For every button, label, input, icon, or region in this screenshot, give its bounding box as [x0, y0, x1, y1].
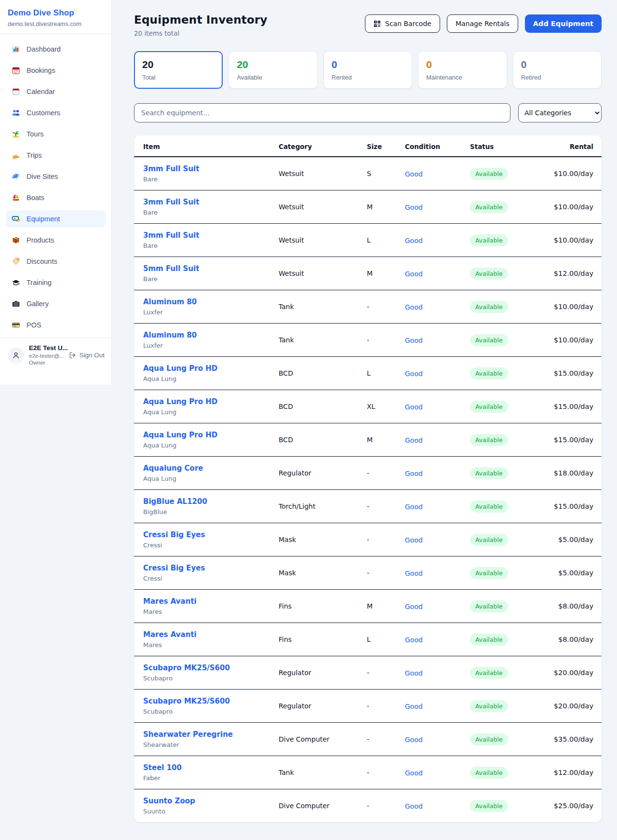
status-badge: Available [470, 268, 508, 280]
scan-barcode-button[interactable]: Scan Barcode [365, 14, 440, 33]
condition-link[interactable]: Good [405, 569, 423, 577]
condition-link[interactable]: Good [405, 669, 423, 677]
dive-mask-icon [12, 215, 20, 223]
item-name-link[interactable]: Mares Avanti [143, 597, 279, 606]
sidebar-item-discounts[interactable]: Discounts [6, 253, 106, 270]
item-name-link[interactable]: Steel 100 [143, 763, 279, 772]
item-name-link[interactable]: Shearwater Peregrine [143, 730, 279, 739]
item-category: Fins [279, 590, 367, 623]
stat-card[interactable]: 0 Retired [513, 51, 602, 89]
condition-link[interactable]: Good [405, 736, 423, 744]
item-name-link[interactable]: Aqualung Core [143, 464, 279, 473]
sidebar-item-dashboard[interactable]: Dashboard [6, 41, 106, 58]
sidebar-item-customers[interactable]: Customers [6, 104, 106, 122]
stat-card[interactable]: 0 Maintenance [418, 51, 507, 89]
item-name-link[interactable]: Scubapro MK25/S600 [143, 664, 279, 672]
stat-card[interactable]: 0 Rented [323, 51, 412, 89]
rental-price: $15.00/day [542, 423, 602, 457]
item-name-link[interactable]: Cressi Big Eyes [143, 530, 279, 539]
item-category: Dive Computer [279, 789, 367, 823]
category-filter[interactable]: All Categories [518, 103, 602, 122]
sidebar-item-boats[interactable]: Boats [6, 189, 106, 206]
condition-link[interactable]: Good [405, 337, 423, 344]
sailboat-icon [12, 193, 20, 202]
item-name-link[interactable]: Aluminum 80 [143, 298, 279, 306]
sign-out-button[interactable]: Sign Out [69, 352, 105, 359]
rental-price: $10.00/day [542, 224, 602, 257]
condition-link[interactable]: Good [405, 237, 423, 244]
item-name-link[interactable]: Mares Avanti [143, 630, 279, 639]
item-brand: Aqua Lung [143, 375, 279, 382]
rental-price: $8.00/day [542, 623, 602, 656]
user-role: Owner [29, 359, 64, 366]
condition-link[interactable]: Good [405, 503, 423, 511]
sidebar-item-equipment[interactable]: Equipment [6, 210, 106, 228]
condition-link[interactable]: Good [405, 536, 423, 544]
condition-link[interactable]: Good [405, 203, 423, 211]
condition-link[interactable]: Good [405, 403, 423, 411]
condition-link[interactable]: Good [405, 636, 423, 644]
table-row: Aluminum 80 Luxfer Tank - Good Available… [134, 324, 602, 357]
sidebar-item-products[interactable]: Products [6, 231, 106, 249]
item-category: Tank [279, 290, 367, 324]
add-equipment-button[interactable]: Add Equipment [525, 14, 602, 33]
condition-link[interactable]: Good [405, 603, 423, 610]
item-name-link[interactable]: 3mm Full Suit [143, 198, 279, 206]
stat-label: Available [237, 74, 309, 81]
search-input[interactable] [134, 103, 510, 122]
item-name-link[interactable]: Cressi Big Eyes [143, 564, 279, 572]
item-name-link[interactable]: 3mm Full Suit [143, 231, 279, 240]
condition-link[interactable]: Good [405, 802, 423, 810]
sidebar-item-trips[interactable]: Trips [6, 147, 106, 164]
item-name-link[interactable]: Aqua Lung Pro HD [143, 397, 279, 406]
item-size: - [367, 457, 405, 490]
item-category: Wetsuit [279, 190, 367, 224]
table-row: Aqualung Core Aqua Lung Regulator - Good… [134, 457, 602, 490]
camera-icon [12, 299, 20, 308]
sidebar-item-calendar[interactable]: Calendar [6, 83, 106, 100]
table-row: BigBlue AL1200 BigBlue Torch/Light - Goo… [134, 490, 602, 523]
condition-link[interactable]: Good [405, 170, 423, 178]
sidebar-item-dive-sites[interactable]: Dive Sites [6, 168, 106, 185]
condition-link[interactable]: Good [405, 703, 423, 710]
rental-price: $10.00/day [542, 290, 602, 324]
item-name-link[interactable]: 3mm Full Suit [143, 164, 279, 173]
sidebar-item-label: Dive Sites [27, 173, 58, 180]
stat-card[interactable]: 20 Total [134, 51, 223, 89]
item-size: - [367, 324, 405, 357]
item-brand: Bare [143, 176, 279, 183]
item-size: M [367, 190, 405, 224]
sidebar-item-training[interactable]: Training [6, 274, 106, 291]
item-name-link[interactable]: BigBlue AL1200 [143, 497, 279, 506]
item-name-link[interactable]: Suunto Zoop [143, 797, 279, 805]
item-brand: Cressi [143, 542, 279, 549]
graduation-cap-icon [12, 278, 20, 287]
equipment-table: Item Category Size Condition Status Rent… [134, 135, 602, 822]
sidebar-item-tours[interactable]: Tours [6, 125, 106, 143]
sidebar-item-bookings[interactable]: Bookings [6, 62, 106, 79]
stat-label: Total [142, 74, 215, 81]
sidebar-nav: Dashboard Bookings Calendar Cust [0, 34, 111, 334]
condition-link[interactable]: Good [405, 370, 423, 378]
sidebar-item-label: Trips [27, 151, 42, 159]
stat-card[interactable]: 20 Available [228, 51, 317, 89]
status-badge: Available [470, 733, 508, 745]
item-name-link[interactable]: Scubapro MK25/S600 [143, 697, 279, 705]
condition-link[interactable]: Good [405, 769, 423, 777]
condition-link[interactable]: Good [405, 270, 423, 278]
condition-link[interactable]: Good [405, 303, 423, 311]
manage-rentals-button[interactable]: Manage Rentals [447, 14, 518, 33]
condition-link[interactable]: Good [405, 436, 423, 444]
item-name-link[interactable]: Aqua Lung Pro HD [143, 431, 279, 439]
sidebar-item-pos[interactable]: POS [6, 316, 106, 334]
item-name-link[interactable]: Aluminum 80 [143, 331, 279, 339]
col-category: Category [279, 135, 367, 157]
item-brand: Bare [143, 242, 279, 249]
condition-link[interactable]: Good [405, 470, 423, 477]
sidebar-item-gallery[interactable]: Gallery [6, 295, 106, 312]
rental-price: $15.00/day [542, 390, 602, 423]
item-name-link[interactable]: Aqua Lung Pro HD [143, 364, 279, 373]
item-name-link[interactable]: 5mm Full Suit [143, 264, 279, 273]
user-name: E2E Test U... [29, 344, 64, 352]
rental-price: $20.00/day [542, 690, 602, 723]
